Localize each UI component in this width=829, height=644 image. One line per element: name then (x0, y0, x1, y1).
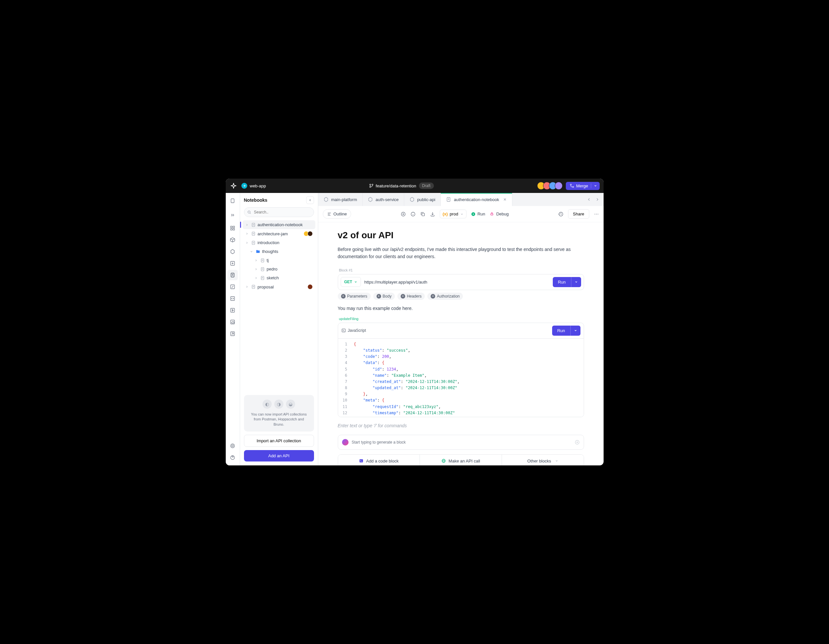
history-icon[interactable] (558, 212, 564, 217)
code-content[interactable]: { "status": "success", "code": 200, "dat… (350, 339, 584, 417)
tree-item[interactable]: authentication-notebook (243, 220, 315, 229)
code-body[interactable]: 1234567891011121314 { "status": "success… (338, 339, 584, 417)
add-code-block-button[interactable]: Add a code block (338, 455, 420, 466)
tab[interactable]: authentication-notebook (441, 193, 512, 206)
rail-cube-icon[interactable] (227, 235, 238, 245)
app-name-badge[interactable]: web-app (241, 183, 266, 189)
rail-play-icon[interactable] (227, 305, 238, 316)
editor-placeholder[interactable]: Enter text or type '/' for commands (338, 423, 584, 428)
api-chip[interactable]: +Authorization (427, 293, 463, 300)
code-header: JavaScript Run (338, 323, 584, 339)
add-block-icon[interactable] (401, 212, 406, 217)
import-collection-button[interactable]: Import an API collection (244, 435, 314, 447)
rail-square-plus-icon[interactable] (227, 258, 238, 268)
code-run-dropdown[interactable] (571, 325, 580, 336)
branch-icon (369, 183, 374, 188)
chevron-down-icon (555, 459, 558, 462)
tab[interactable]: auth-service (362, 193, 404, 206)
tree-item[interactable]: proposal (243, 282, 315, 291)
rail-collapse-icon[interactable] (227, 210, 238, 220)
tree-item[interactable]: tj (243, 256, 315, 265)
document-intro[interactable]: Before going live with our /api/v2 endpo… (338, 246, 584, 260)
tree-item[interactable]: sketch (243, 273, 315, 282)
chevron-right-icon (254, 259, 258, 262)
tab-prev-button[interactable] (585, 196, 593, 203)
rail-question-icon[interactable] (227, 452, 238, 463)
api-chip[interactable]: +Parameters (338, 293, 371, 300)
rail-hex-icon[interactable] (227, 246, 238, 257)
ai-add-icon[interactable] (575, 440, 580, 445)
doc-icon (251, 284, 256, 289)
api-chip[interactable]: +Headers (397, 293, 425, 300)
run-button[interactable]: Run (471, 212, 485, 216)
terminal-icon (341, 328, 346, 333)
tree-item[interactable]: architecture-jam (243, 229, 315, 238)
api-url[interactable]: https://multiplayer.app/api/v1/auth (364, 279, 549, 284)
api-run-button: Run (553, 277, 581, 287)
debug-button[interactable]: Debug (490, 212, 509, 216)
code-language[interactable]: JavaScript (341, 328, 366, 333)
chevron-down-icon (460, 213, 463, 216)
tree-item[interactable]: introduction (243, 238, 315, 247)
info-icon[interactable] (410, 212, 416, 217)
api-run-dropdown[interactable] (571, 277, 581, 287)
close-icon[interactable] (503, 197, 507, 201)
api-chip[interactable]: +Body (373, 293, 395, 300)
http-method-select[interactable]: GET (341, 277, 361, 287)
chevron-right-icon (245, 223, 249, 227)
rail-pencil-icon[interactable] (227, 282, 238, 292)
rail-grid-icon[interactable] (227, 223, 238, 234)
tab[interactable]: main-platform (318, 193, 362, 206)
notebook-tree: authentication-notebookarchitecture-jami… (240, 220, 318, 391)
branch-info[interactable]: feature/data-retention (369, 183, 416, 188)
tab-label: public-api (417, 197, 435, 202)
tree-item-label: thoughts (262, 249, 279, 254)
download-icon[interactable] (430, 212, 435, 217)
hex-icon (368, 197, 373, 202)
rail-link-icon[interactable] (227, 328, 238, 339)
rail-doc-icon[interactable] (227, 270, 238, 280)
svg-rect-5 (231, 199, 234, 203)
environment-select[interactable]: (x) prod (440, 210, 467, 218)
rail-help-icon[interactable] (227, 440, 238, 451)
tab-label: main-platform (331, 197, 357, 202)
rail-file-icon[interactable] (227, 196, 238, 206)
api-chips: +Parameters+Body+Headers+Authorization (338, 293, 584, 300)
folder-icon (256, 249, 260, 254)
chevron-right-icon (254, 268, 258, 271)
variable-icon: (x) (443, 212, 448, 216)
toolbar: Outline (x) prod Run (318, 206, 604, 222)
app-name: web-app (250, 183, 266, 188)
chevron-down-icon (594, 184, 597, 188)
tab[interactable]: public-api (404, 193, 441, 206)
outline-button[interactable]: Outline (323, 209, 351, 219)
tab-label: authentication-notebook (454, 197, 499, 202)
add-api-button[interactable]: Add an API (244, 450, 314, 461)
sidebar-title: Notebooks (244, 197, 268, 203)
doc-icon (251, 223, 256, 227)
tree-item[interactable]: thoughts (243, 247, 315, 256)
merge-button[interactable]: Merge (566, 182, 600, 190)
other-blocks-button[interactable]: Other blocks (502, 455, 584, 466)
rail-cloud-icon[interactable] (227, 317, 238, 327)
duplicate-icon[interactable] (420, 212, 426, 217)
tree-item[interactable]: pedro (243, 265, 315, 273)
titlebar: web-app feature/data-retention Draft Mer… (226, 178, 604, 193)
tree-item-label: proposal (258, 284, 274, 289)
import-card: ◐ ◑ ◒ You can now import API collections… (244, 395, 314, 431)
collaborator-avatars[interactable] (537, 182, 563, 190)
sidebar-header: Notebooks (240, 193, 318, 207)
run-note[interactable]: You may run this example code here. (338, 306, 584, 311)
sidebar-collapse-button[interactable] (306, 196, 314, 204)
share-button[interactable]: Share (568, 209, 589, 219)
make-api-call-button[interactable]: Make an API call (419, 455, 502, 466)
code-run-button: Run (552, 325, 580, 336)
more-icon[interactable] (594, 212, 599, 217)
rail-code-icon[interactable] (227, 293, 238, 304)
search-input[interactable] (244, 207, 314, 217)
tab-next-button[interactable] (594, 196, 601, 203)
code-run-main[interactable]: Run (552, 325, 571, 336)
api-run-main[interactable]: Run (553, 277, 571, 287)
ai-generate-row[interactable]: Start typing to generate a block (338, 435, 584, 450)
document-title[interactable]: v2 of our API (338, 230, 584, 240)
